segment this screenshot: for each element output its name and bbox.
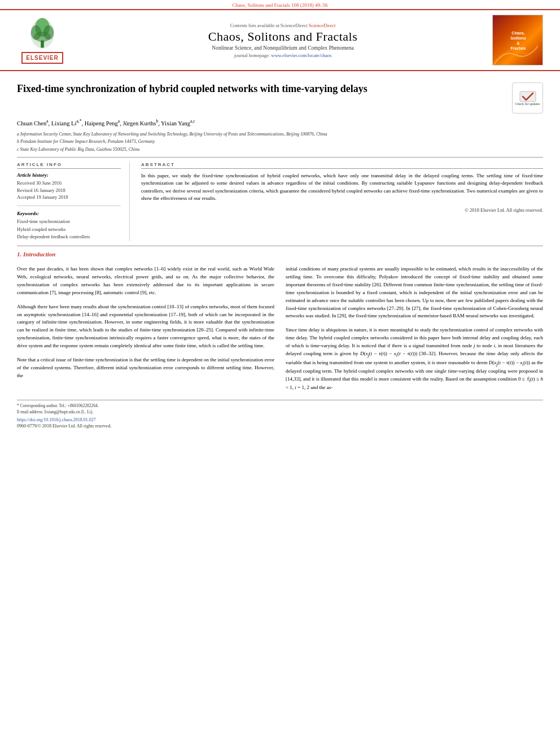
page-top-bar: Chaos, Solitons and Fractals 108 (2018) … (0, 0, 560, 9)
journal-homepage: journal homepage: www.elsevier.com/locat… (73, 53, 492, 58)
journal-issue-info: Chaos, Solitons and Fractals 108 (2018) … (232, 2, 327, 8)
contents-available-line: Contents lists available at ScienceDirec… (73, 23, 492, 28)
check-updates-label: Check for updates (515, 102, 540, 106)
corresponding-author-note: * Corresponding author. Tel.: +860106228… (17, 403, 543, 409)
header-divider (17, 157, 543, 158)
body-divider (17, 246, 543, 246)
body-col-left: Over the past decades, it has been shown… (17, 265, 274, 392)
journal-title: Chaos, Solitons and Fractals (73, 29, 492, 44)
copyright-line: © 2018 Elsevier Ltd. All rights reserved… (141, 207, 543, 213)
introduction-heading: 1. Introduction (17, 251, 543, 257)
paper-content: Fixed-time synchronization of hybrid cou… (0, 71, 560, 434)
footnote-section: * Corresponding author. Tel.: +860106228… (17, 400, 543, 429)
svg-point-5 (34, 31, 51, 41)
intro-para-2: Although there have been many results ab… (17, 303, 274, 351)
intro-para-1: Over the past decades, it has been shown… (17, 265, 274, 297)
cover-artwork: Chaos,Solitons&Fractals (493, 15, 543, 65)
affiliation-a: a Information Security Center, State Key… (17, 131, 543, 137)
article-title: Fixed-time synchronization of hybrid cou… (17, 82, 506, 95)
elsevier-logo-section: ELSEVIER (11, 17, 73, 64)
cover-decoration-icon (493, 43, 538, 65)
keyword-1: Fixed-time synchronization (17, 218, 121, 226)
journal-cover-image: Chaos,Solitons&Fractals (492, 15, 543, 65)
sciencedirect-link[interactable]: ScienceDirect (309, 23, 336, 28)
abstract-label: ABSTRACT (141, 162, 543, 169)
keyword-2: Hybrid coupled networks (17, 226, 121, 234)
elsevier-wordmark: ELSEVIER (21, 52, 63, 64)
journal-subtitle: Nonlinear Science, and Nonequilibrium an… (73, 45, 492, 51)
revised-date: Revised 16 January 2018 (17, 187, 121, 194)
accepted-date: Accepted 19 January 2018 (17, 194, 121, 201)
article-title-section: Fixed-time synchronization of hybrid cou… (17, 82, 543, 113)
abstract-text: In this paper, we study the fixed-time s… (141, 172, 543, 203)
intro-para-4: initial conditions of many practical sys… (286, 265, 543, 321)
doi-line[interactable]: https://doi.org/10.1016/j.chaos.2018.01.… (17, 417, 543, 422)
article-history-label: Article history: (17, 172, 121, 178)
affiliations-section: a Information Security Center, State Key… (17, 131, 543, 152)
affiliation-b: b Potsdam Institute for Climate Impact R… (17, 138, 543, 145)
keyword-3: Delay-dependent feedback controllers (17, 233, 121, 241)
article-info-column: ARTICLE INFO Article history: Received 3… (17, 162, 130, 241)
body-col-right: initial conditions of many practical sys… (286, 265, 543, 392)
journal-homepage-link[interactable]: www.elsevier.com/locate/chaos (271, 53, 331, 58)
check-updates-badge: Check for updates (512, 82, 543, 113)
issn-line: 0960-0779/© 2018 Elsevier Ltd. All right… (17, 423, 543, 429)
article-info-abstract-columns: ARTICLE INFO Article history: Received 3… (17, 162, 543, 241)
intro-para-3: Note that a critical issue of finite-tim… (17, 356, 274, 380)
email-note: E-mail address: lixiang@bupt.edu.cn (L. … (17, 409, 543, 416)
elsevier-tree-icon (20, 17, 65, 51)
authors-line: Chuan Chena, Lixiang Lia,*, Haipeng Peng… (17, 118, 543, 128)
received-date: Received 30 June 2016 (17, 180, 121, 187)
affiliation-c: c State Key Laboratory of Public Big Dat… (17, 146, 543, 152)
abstract-column: ABSTRACT In this paper, we study the fix… (141, 162, 543, 241)
info-divider (17, 206, 121, 206)
check-updates-icon (519, 91, 536, 102)
article-info-label: ARTICLE INFO (17, 162, 121, 169)
journal-center-info: Contents lists available at ScienceDirec… (73, 23, 492, 58)
journal-header: ELSEVIER Contents lists available at Sci… (0, 9, 560, 71)
body-columns: Over the past decades, it has been shown… (17, 265, 543, 392)
keywords-label: Keywords: (17, 211, 121, 216)
intro-para-5: Since time delay is ubiquitous in nature… (286, 326, 543, 392)
